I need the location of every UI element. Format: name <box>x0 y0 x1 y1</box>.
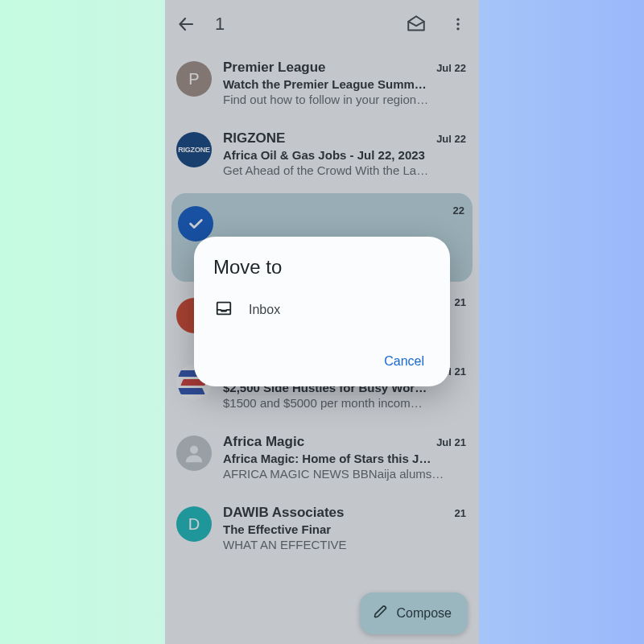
cancel-button[interactable]: Cancel <box>376 348 432 375</box>
svg-rect-5 <box>217 303 231 315</box>
phone-frame: 1 P Premier League Jul 22 Watch the Prem… <box>165 0 479 644</box>
dialog-title: Move to <box>213 256 432 279</box>
destination-label: Inbox <box>249 303 280 317</box>
move-destination-inbox[interactable]: Inbox <box>213 299 432 320</box>
compose-button[interactable]: Compose <box>360 592 468 634</box>
move-to-dialog: Move to Inbox Cancel <box>194 237 450 386</box>
inbox-icon <box>215 299 233 320</box>
compose-label: Compose <box>397 606 452 621</box>
pencil-icon <box>373 604 389 623</box>
